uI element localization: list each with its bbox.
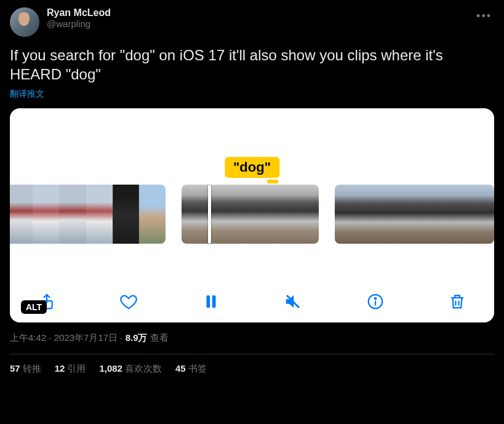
- info-icon[interactable]: [364, 290, 386, 313]
- mute-icon[interactable]: [282, 290, 304, 313]
- more-icon[interactable]: •••: [474, 7, 494, 25]
- timeline-frame: [86, 185, 113, 244]
- timeline-frame: [59, 185, 86, 244]
- heart-icon[interactable]: [118, 290, 140, 313]
- timeline-frame: [441, 185, 468, 244]
- timeline-frame: [250, 185, 285, 244]
- caption-tick: [267, 180, 278, 183]
- timeline-frame: [335, 185, 361, 244]
- timeline-frame: [216, 185, 250, 244]
- views-count: 8.9万: [126, 332, 148, 343]
- tweet-header: Ryan McLeod @warpling •••: [10, 7, 494, 37]
- timeline-frame: [414, 185, 441, 244]
- video-timeline[interactable]: [10, 185, 494, 244]
- clip-group[interactable]: [182, 185, 319, 244]
- alt-badge[interactable]: ALT: [21, 300, 47, 314]
- timeline-frame: [113, 185, 139, 244]
- clip-group[interactable]: [335, 185, 494, 244]
- trash-icon[interactable]: [446, 290, 468, 313]
- timeline-frame: [361, 185, 388, 244]
- timeline-frame: [10, 185, 33, 244]
- tweet-stats: 57转推 12引用 1,082喜欢次数 45书签: [10, 354, 494, 375]
- tweet-container: Ryan McLeod @warpling ••• If you search …: [0, 0, 504, 382]
- media-toolbar: [10, 290, 494, 313]
- stat-retweets[interactable]: 57转推: [10, 363, 41, 375]
- timeline-frame: [139, 185, 166, 244]
- caption-bubble: "dog": [225, 157, 279, 178]
- playhead[interactable]: [208, 185, 211, 244]
- timeline-frame: [284, 185, 319, 244]
- tweet-meta: 上午4:42 · 2023年7月17日 · 8.9万 查看: [10, 332, 494, 344]
- handle: @warpling: [47, 18, 111, 29]
- pause-icon[interactable]: [200, 290, 222, 313]
- tweet-text: If you search for "dog" on iOS 17 it'll …: [10, 46, 494, 84]
- svg-rect-2: [212, 295, 216, 308]
- timeline-frame: [33, 185, 59, 244]
- media-attachment[interactable]: "dog": [10, 108, 494, 322]
- stat-quotes[interactable]: 12引用: [55, 363, 86, 375]
- display-name: Ryan McLeod: [47, 7, 111, 18]
- stat-bookmarks[interactable]: 45书签: [175, 363, 207, 375]
- stat-likes[interactable]: 1,082喜欢次数: [99, 363, 162, 375]
- svg-point-5: [374, 298, 376, 300]
- avatar[interactable]: [10, 7, 39, 37]
- meta-time[interactable]: 上午4:42: [10, 332, 46, 343]
- meta-date[interactable]: 2023年7月17日: [54, 332, 118, 343]
- svg-rect-1: [206, 295, 210, 308]
- views-label: 查看: [150, 332, 169, 343]
- translate-link[interactable]: 翻译推文: [10, 89, 494, 100]
- clip-group[interactable]: [10, 185, 166, 244]
- timeline-frame: [468, 185, 494, 244]
- author-block[interactable]: Ryan McLeod @warpling: [47, 7, 111, 29]
- timeline-frame: [388, 185, 414, 244]
